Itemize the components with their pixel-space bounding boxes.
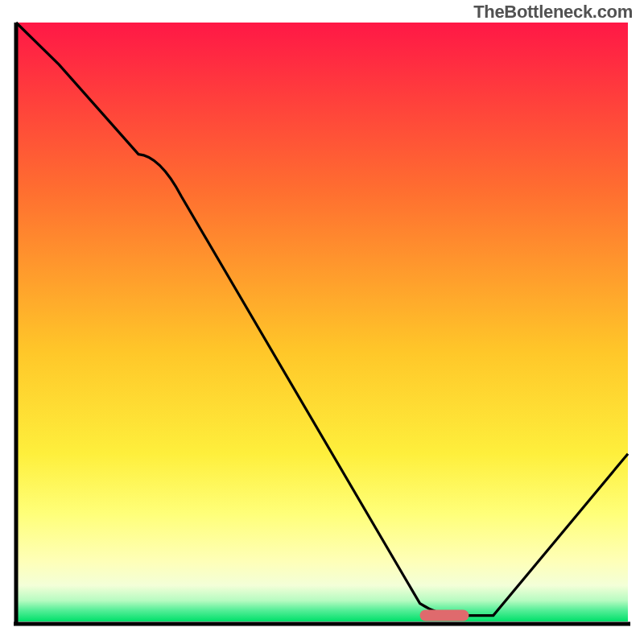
gradient-background xyxy=(16,23,628,621)
optimal-marker xyxy=(420,610,469,621)
watermark-text: TheBottleneck.com xyxy=(473,2,633,23)
chart-container: { "watermark": "TheBottleneck.com", "col… xyxy=(0,0,644,644)
bottleneck-chart xyxy=(0,0,644,644)
